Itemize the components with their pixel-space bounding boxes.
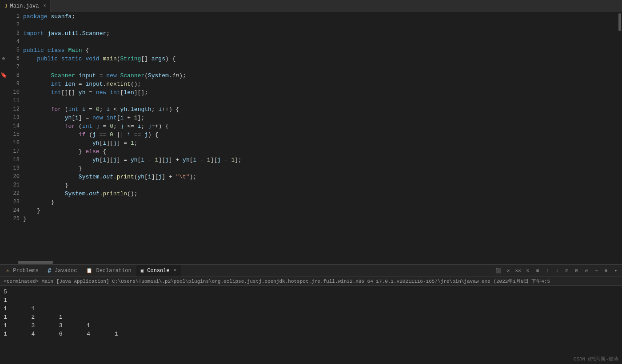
code-line-17: } else {: [23, 147, 618, 156]
line-num-10: 10: [9, 88, 20, 97]
code-line-16: yh[i][j] = 1;: [23, 139, 618, 147]
panel-tab-javadoc[interactable]: @Javadoc: [44, 265, 82, 277]
code-line-24: }: [23, 206, 618, 215]
tab-close-button[interactable]: ×: [43, 4, 46, 8]
vertical-scrollbar[interactable]: [618, 12, 622, 260]
javadoc-icon: @: [48, 268, 51, 274]
gutter-marker-line-7: [0, 63, 7, 71]
line-num-14: 14: [9, 122, 20, 131]
panel-tab-declaration[interactable]: 📋Declaration: [82, 265, 136, 277]
console-toolbar: ⬛✕✕✕⎋≡↑↓⊡⊡↺⇒⊕▾: [494, 266, 622, 275]
horizontal-scrollbar[interactable]: [0, 260, 622, 264]
bottom-panel: ⚠Problems@Javadoc📋Declaration▣Console×⬛✕…: [0, 264, 622, 364]
line-num-20: 20: [9, 173, 20, 181]
java-file-icon: J: [4, 4, 8, 9]
console-line: 1: [4, 296, 618, 305]
line-num-7: 7: [9, 63, 20, 71]
gutter-marker-line-9: [0, 80, 7, 88]
console-line: 1 2 1: [4, 313, 618, 321]
line-num-11: 11: [9, 97, 20, 105]
gutter-marker-line-5: [0, 46, 7, 55]
panel-tab-console[interactable]: ▣Console×: [136, 265, 181, 277]
gutter-marker-line-4: [0, 38, 7, 46]
line-num-19: 19: [9, 164, 20, 173]
gutter-marker-line-15: [0, 131, 7, 139]
line-num-3: 3: [9, 29, 20, 38]
line-num-16: 16: [9, 139, 20, 147]
console-toolbar-btn-0[interactable]: ⬛: [494, 266, 503, 275]
line-num-5: 5: [9, 46, 20, 55]
panel-tab-close-console[interactable]: ×: [174, 268, 176, 273]
line-num-4: 4: [9, 38, 20, 46]
gutter-marker-line-12: [0, 105, 7, 114]
code-content[interactable]: package suanfa;import java.util.Scanner;…: [23, 12, 618, 260]
code-line-13: yh[i] = new int[i + 1];: [23, 114, 618, 122]
line-num-21: 21: [9, 181, 20, 190]
gutter-marker-line-14: [0, 122, 7, 131]
code-line-15: if (j == 0 || i == j) {: [23, 131, 618, 139]
gutter-marker-line-11: [0, 97, 7, 105]
tab-label: Main.java: [10, 3, 39, 9]
gutter-marker-line-20: [0, 173, 7, 181]
console-toolbar-btn-7[interactable]: ⊡: [562, 266, 571, 275]
panel-tab-label-javadoc: Javadoc: [55, 268, 77, 274]
line-num-25: 25: [9, 215, 20, 223]
gutter-marker-line-2: [0, 21, 7, 29]
editor-tab-main-java[interactable]: J Main.java ×: [0, 0, 51, 12]
line-num-24: 24: [9, 206, 20, 215]
console-toolbar-btn-8[interactable]: ⊡: [572, 266, 581, 275]
gutter-marker-line-10: [0, 88, 7, 97]
code-line-14: for (int j = 0; j <= i; j++) {: [23, 122, 618, 131]
declaration-icon: 📋: [86, 268, 92, 273]
code-line-1: package suanfa;: [23, 12, 618, 21]
line-num-22: 22: [9, 190, 20, 198]
tab-bar: J Main.java ×: [0, 0, 622, 12]
console-toolbar-btn-10[interactable]: ⇒: [592, 266, 601, 275]
gutter-marker-line-16: [0, 139, 7, 147]
console-toolbar-btn-2[interactable]: ✕✕: [514, 266, 522, 275]
panel-tab-label-console: Console: [147, 268, 169, 274]
code-line-22: System.out.println();: [23, 190, 618, 198]
code-line-8: Scanner input = new Scanner(System.in);: [23, 71, 618, 80]
console-toolbar-btn-5[interactable]: ↑: [543, 266, 552, 275]
line-num-2: 2: [9, 21, 20, 29]
code-line-12: for (int i = 0; i < yh.length; i++) {: [23, 105, 618, 114]
console-line: 5: [4, 288, 618, 296]
watermark: CSDN @托马斯-酷涛: [574, 356, 618, 362]
gutter-marker-line-23: [0, 198, 7, 206]
line-num-23: 23: [9, 198, 20, 206]
console-toolbar-btn-12[interactable]: ▾: [611, 266, 620, 275]
h-scroll-thumb[interactable]: [18, 261, 53, 264]
console-toolbar-btn-3[interactable]: ⎋: [523, 266, 532, 275]
line-num-13: 13: [9, 114, 20, 122]
console-toolbar-btn-11[interactable]: ⊕: [602, 266, 610, 275]
gutter-marker-line-6: ⊖: [0, 55, 7, 63]
console-toolbar-btn-9[interactable]: ↺: [582, 266, 591, 275]
gutter-marker-line-17: [0, 147, 7, 156]
line-numbers: 1234567891011121314151617181920212223242…: [7, 12, 23, 260]
code-line-25: }: [23, 215, 618, 223]
panel-tab-label-problems: Problems: [13, 268, 39, 274]
console-output: 511 11 2 11 3 3 11 4 6 4 1: [0, 286, 622, 364]
console-toolbar-btn-6[interactable]: ↓: [553, 266, 562, 275]
code-line-5: public class Main {: [23, 46, 618, 55]
panel-tab-label-declaration: Declaration: [96, 268, 131, 274]
gutter-marker-line-19: [0, 164, 7, 173]
console-line: 1 4 6 4 1: [4, 330, 618, 338]
console-toolbar-btn-1[interactable]: ✕: [504, 266, 513, 275]
console-line: 1 1: [4, 305, 618, 313]
panel-tab-problems[interactable]: ⚠Problems: [2, 265, 44, 277]
gutter-marker-line-18: [0, 156, 7, 164]
gutter-marker-line-8: 🔖: [0, 71, 7, 80]
panel-tabs: ⚠Problems@Javadoc📋Declaration▣Console×⬛✕…: [0, 265, 622, 277]
gutter-marker-line-22: [0, 190, 7, 198]
code-line-2: [23, 21, 618, 29]
line-num-18: 18: [9, 156, 20, 164]
gutter-markers: ⊖🔖: [0, 12, 7, 260]
console-toolbar-btn-4[interactable]: ≡: [533, 266, 542, 275]
line-num-17: 17: [9, 147, 20, 156]
v-scroll-thumb[interactable]: [618, 13, 621, 31]
code-line-7: [23, 63, 618, 71]
line-num-12: 12: [9, 105, 20, 114]
console-icon: ▣: [141, 268, 144, 273]
